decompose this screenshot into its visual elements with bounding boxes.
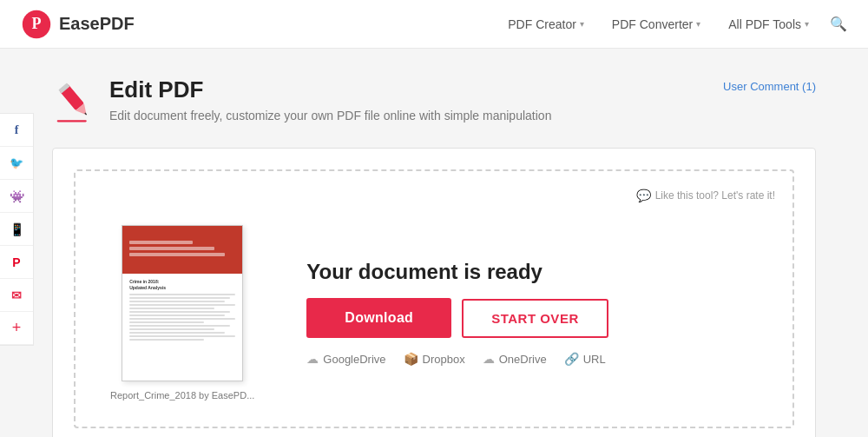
pdf-content-line bbox=[129, 294, 235, 295]
pdf-content-line bbox=[129, 315, 225, 316]
svg-line-5 bbox=[85, 113, 87, 115]
url-label: URL bbox=[583, 353, 606, 366]
cloud-options: ☁ GoogleDrive 📦 Dropbox ☁ OneDrive 🔗 bbox=[306, 352, 608, 366]
pdf-content-line bbox=[129, 335, 235, 337]
social-facebook[interactable]: f bbox=[0, 114, 33, 147]
pdf-content-line bbox=[129, 308, 214, 309]
cloud-dropbox[interactable]: 📦 Dropbox bbox=[404, 352, 465, 366]
pdf-filename: Report_Crime_2018 by EasePD... bbox=[110, 390, 254, 401]
cloud-onedrive[interactable]: ☁ OneDrive bbox=[483, 352, 547, 366]
pdf-body: Crime in 2018:Updated Analysis bbox=[122, 274, 242, 348]
page-description: Edit document freely, customize your own… bbox=[109, 109, 723, 122]
pdf-header-line bbox=[129, 241, 193, 244]
pdf-content-line bbox=[129, 332, 225, 334]
pdf-red-header bbox=[122, 226, 242, 274]
chevron-down-icon: ▾ bbox=[696, 19, 700, 29]
pdf-content-line bbox=[129, 311, 230, 313]
user-comment-link[interactable]: User Comment (1) bbox=[723, 80, 816, 93]
title-description-area: Edit PDF Edit document freely, customize… bbox=[109, 76, 723, 122]
page-header: Edit PDF Edit document freely, customize… bbox=[52, 76, 816, 127]
sidebar-social: f 🐦 👾 📱 P ✉ + bbox=[0, 113, 34, 346]
social-pinterest[interactable]: P bbox=[0, 246, 33, 279]
nav-pdf-creator[interactable]: PDF Creator ▾ bbox=[508, 17, 584, 31]
pdf-content-line bbox=[129, 301, 225, 302]
nav-all-pdf-tools[interactable]: All PDF Tools ▾ bbox=[728, 17, 809, 31]
doc-ready-area: Crime in 2018:Updated Analysis bbox=[93, 216, 775, 409]
pdf-content-line bbox=[129, 325, 230, 327]
pdf-header-line bbox=[129, 247, 214, 250]
social-more[interactable]: + bbox=[0, 312, 33, 345]
pdf-preview: Crime in 2018:Updated Analysis bbox=[122, 225, 243, 381]
nav-pdf-converter[interactable]: PDF Converter ▾ bbox=[612, 17, 700, 31]
social-reddit[interactable]: 👾 bbox=[0, 180, 33, 213]
social-twitter[interactable]: 🐦 bbox=[0, 147, 33, 180]
rate-it-text[interactable]: Like this tool? Let's rate it! bbox=[655, 189, 775, 202]
pdf-header-line bbox=[129, 253, 225, 256]
action-area: Your document is ready Download START OV… bbox=[306, 260, 608, 366]
logo-icon: P bbox=[21, 9, 52, 40]
page-title: Edit PDF bbox=[109, 76, 723, 103]
pdf-title-text: Crime in 2018:Updated Analysis bbox=[129, 279, 235, 290]
search-icon[interactable]: 🔍 bbox=[830, 16, 847, 32]
url-link-icon: 🔗 bbox=[564, 352, 579, 366]
tool-inner: 💬 Like this tool? Let's rate it! Crime i… bbox=[74, 169, 794, 428]
social-email[interactable]: ✉ bbox=[0, 279, 33, 312]
pdf-content-line bbox=[129, 321, 203, 323]
page-content: Edit PDF Edit document freely, customize… bbox=[0, 49, 868, 437]
tool-container: 💬 Like this tool? Let's rate it! Crime i… bbox=[52, 148, 816, 437]
edit-pdf-icon-area bbox=[52, 80, 95, 127]
speech-bubble-icon: 💬 bbox=[636, 189, 651, 202]
pdf-content-line bbox=[129, 339, 203, 341]
google-drive-icon: ☁ bbox=[306, 352, 319, 366]
pdf-content-line bbox=[129, 318, 235, 320]
start-over-button[interactable]: START OVER bbox=[462, 299, 608, 338]
dropbox-label: Dropbox bbox=[423, 353, 465, 366]
onedrive-icon: ☁ bbox=[483, 352, 495, 366]
nav-links: PDF Creator ▾ PDF Converter ▾ All PDF To… bbox=[508, 17, 809, 31]
download-button[interactable]: Download bbox=[306, 298, 451, 338]
cloud-url[interactable]: 🔗 URL bbox=[564, 352, 606, 366]
svg-text:P: P bbox=[32, 15, 42, 32]
pencil-icon bbox=[52, 80, 95, 123]
action-buttons: Download START OVER bbox=[306, 298, 608, 338]
chevron-down-icon: ▾ bbox=[580, 19, 584, 29]
logo-text: EasePDF bbox=[59, 14, 135, 34]
rate-it-area: 💬 Like this tool? Let's rate it! bbox=[93, 189, 775, 202]
cloud-google-drive[interactable]: ☁ GoogleDrive bbox=[306, 352, 385, 366]
onedrive-label: OneDrive bbox=[499, 353, 547, 366]
doc-ready-title: Your document is ready bbox=[306, 260, 608, 284]
logo-area: P EasePDF bbox=[21, 9, 135, 40]
google-drive-label: GoogleDrive bbox=[323, 353, 385, 366]
pdf-thumbnail: Crime in 2018:Updated Analysis bbox=[110, 225, 254, 401]
header: P EasePDF PDF Creator ▾ PDF Converter ▾ … bbox=[0, 0, 868, 49]
pdf-content-line bbox=[129, 304, 235, 306]
pdf-content-line bbox=[129, 297, 230, 299]
chevron-down-icon: ▾ bbox=[805, 19, 809, 29]
pdf-content-line bbox=[129, 328, 214, 330]
dropbox-icon: 📦 bbox=[404, 352, 418, 366]
social-whatsapp[interactable]: 📱 bbox=[0, 213, 33, 246]
